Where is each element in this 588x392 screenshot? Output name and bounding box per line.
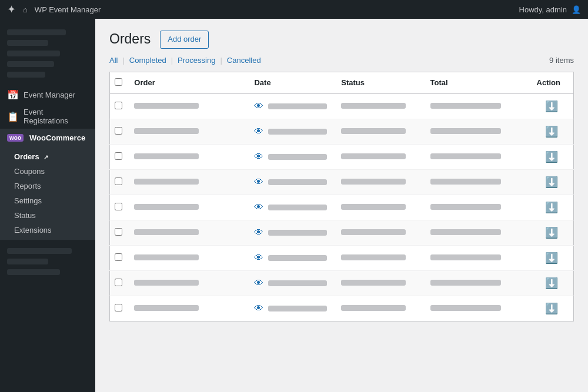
user-avatar-icon: 👤 <box>572 5 581 14</box>
view-icon[interactable]: 👁 <box>254 101 263 111</box>
woocommerce-label: WooCommerce <box>29 133 85 142</box>
table-row: 👁 ⬇️ <box>110 296 574 321</box>
order-placeholder <box>134 103 199 109</box>
row-checkbox[interactable] <box>115 152 122 160</box>
download-icon[interactable]: ⬇️ <box>545 151 558 163</box>
date-placeholder <box>268 103 327 109</box>
total-cell <box>423 245 530 270</box>
status-cell <box>334 270 423 296</box>
order-placeholder <box>134 204 199 210</box>
row-checkbox[interactable] <box>115 304 122 311</box>
home-icon: ⌂ <box>23 5 28 14</box>
filter-sep-3: | <box>220 56 222 65</box>
filter-sep-2: | <box>171 56 173 65</box>
download-icon[interactable]: ⬇️ <box>545 303 558 314</box>
sidebar-placeholder-8 <box>7 269 60 275</box>
date-placeholder <box>268 205 327 210</box>
woocommerce-section: woo WooCommerce Orders ↗ Coupons Reports… <box>0 129 95 240</box>
total-cell <box>423 296 530 321</box>
status-cell <box>334 144 423 169</box>
filter-tabs: All | Completed | Processing | Cancelled… <box>109 56 574 65</box>
header-action: Action <box>530 72 574 93</box>
total-cell <box>423 169 530 195</box>
row-checkbox[interactable] <box>115 127 122 135</box>
row-checkbox[interactable] <box>115 203 122 210</box>
view-icon[interactable]: 👁 <box>254 227 263 237</box>
admin-bar-home[interactable]: ⌂ <box>23 5 28 14</box>
total-cell <box>423 119 530 144</box>
orders-table: Order Date Status Total Action 👁 ⬇️👁 ⬇️👁… <box>109 72 574 321</box>
row-checkbox-cell <box>110 245 128 270</box>
date-cell: 👁 <box>247 296 334 321</box>
event-registrations-icon: 📋 <box>7 111 19 122</box>
total-placeholder <box>430 280 501 286</box>
sidebar-item-event-registrations[interactable]: 📋 Event Registrations <box>0 104 95 129</box>
view-icon[interactable]: 👁 <box>254 202 263 212</box>
action-cell: ⬇️ <box>530 144 574 169</box>
download-icon[interactable]: ⬇️ <box>545 277 558 289</box>
order-cell <box>127 296 247 321</box>
table-body: 👁 ⬇️👁 ⬇️👁 ⬇️👁 ⬇️👁 ⬇️👁 ⬇️👁 ⬇️👁 ⬇️👁 ⬇️ <box>110 93 574 321</box>
sidebar-submenu-extensions[interactable]: Extensions <box>0 223 95 237</box>
row-checkbox-cell <box>110 270 128 296</box>
site-title: WP Event Manager <box>35 5 101 14</box>
row-checkbox[interactable] <box>115 102 122 109</box>
filter-sep-1: | <box>122 56 124 65</box>
filter-tab-cancelled[interactable]: Cancelled <box>223 56 265 65</box>
order-placeholder <box>134 305 199 311</box>
select-all-checkbox[interactable] <box>115 78 122 86</box>
view-icon[interactable]: 👁 <box>254 126 263 136</box>
order-placeholder <box>134 128 199 134</box>
view-icon[interactable]: 👁 <box>254 278 263 288</box>
download-icon[interactable]: ⬇️ <box>545 252 558 264</box>
view-icon[interactable]: 👁 <box>254 253 263 263</box>
user-greeting: Howdy, admin <box>519 5 567 14</box>
cursor-indicator: ↗ <box>44 154 48 160</box>
extensions-label: Extensions <box>14 226 52 234</box>
download-icon[interactable]: ⬇️ <box>545 227 558 239</box>
date-cell: 👁 <box>247 169 334 195</box>
sidebar-submenu-reports[interactable]: Reports <box>0 179 95 193</box>
table-row: 👁 ⬇️ <box>110 245 574 270</box>
action-cell: ⬇️ <box>530 220 574 245</box>
sidebar-submenu-settings[interactable]: Settings <box>0 193 95 208</box>
sidebar-item-woocommerce[interactable]: woo WooCommerce <box>0 129 95 147</box>
download-icon[interactable]: ⬇️ <box>545 202 558 213</box>
row-checkbox[interactable] <box>115 253 122 261</box>
row-checkbox[interactable] <box>115 228 122 236</box>
event-manager-icon: 📅 <box>7 89 19 100</box>
download-icon[interactable]: ⬇️ <box>545 126 558 138</box>
download-icon[interactable]: ⬇️ <box>545 176 558 188</box>
sidebar-item-event-manager[interactable]: 📅 Event Manager <box>0 86 95 104</box>
status-cell <box>334 245 423 270</box>
status-label: Status <box>14 211 36 220</box>
add-order-button[interactable]: Add order <box>160 31 209 49</box>
row-checkbox[interactable] <box>115 177 122 185</box>
view-icon[interactable]: 👁 <box>254 303 263 313</box>
action-cell: ⬇️ <box>530 245 574 270</box>
table-row: 👁 ⬇️ <box>110 195 574 220</box>
sidebar-submenu-status[interactable]: Status <box>0 208 95 223</box>
total-cell <box>423 93 530 119</box>
view-icon[interactable]: 👁 <box>254 152 263 162</box>
total-placeholder <box>430 153 501 159</box>
page-header: Orders Add order <box>109 31 574 49</box>
wp-logo-icon[interactable]: ✦ <box>7 3 16 16</box>
admin-bar: ✦ ⌂ WP Event Manager Howdy, admin 👤 <box>0 0 588 19</box>
sidebar-submenu-coupons[interactable]: Coupons <box>0 164 95 179</box>
table-row: 👁 ⬇️ <box>110 220 574 245</box>
row-checkbox[interactable] <box>115 279 122 286</box>
table-row: 👁 ⬇️ <box>110 270 574 296</box>
filter-tab-processing[interactable]: Processing <box>174 56 219 65</box>
download-icon[interactable]: ⬇️ <box>545 100 558 112</box>
filter-tab-all[interactable]: All <box>109 56 121 65</box>
sidebar-item-event-manager-label: Event Manager <box>24 91 75 99</box>
filter-tab-completed[interactable]: Completed <box>126 56 170 65</box>
sidebar: 📅 Event Manager 📋 Event Registrations wo… <box>0 19 95 392</box>
sidebar-submenu-orders[interactable]: Orders ↗ <box>0 149 95 164</box>
sidebar-item-event-registrations-label: Event Registrations <box>24 108 88 125</box>
action-cell: ⬇️ <box>530 195 574 220</box>
order-cell <box>127 270 247 296</box>
view-icon[interactable]: 👁 <box>254 177 263 187</box>
order-cell <box>127 245 247 270</box>
